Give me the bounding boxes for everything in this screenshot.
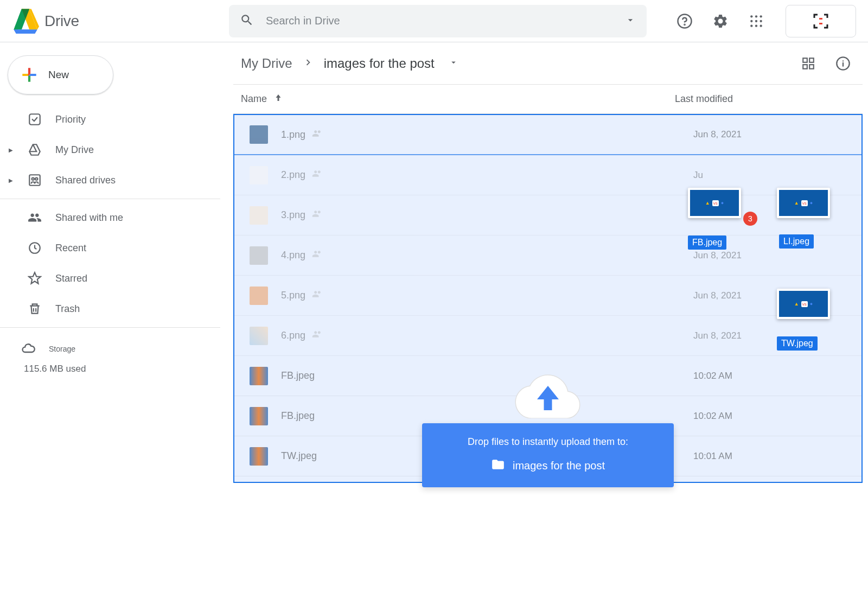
file-row[interactable]: 3.png Ju <box>234 195 861 235</box>
breadcrumb-root[interactable]: My Drive <box>241 56 292 71</box>
sidebar: New Priority ▶ My Drive ▶ Shared drives … <box>0 42 220 592</box>
priority-icon <box>27 112 42 126</box>
drag-ghost: ▲vs● <box>688 188 741 218</box>
shared-icon <box>312 168 323 182</box>
sidebar-item-label: Shared drives <box>55 175 116 186</box>
file-row[interactable]: 6.png Jun 8, 2021 <box>234 316 861 356</box>
file-thumbnail <box>250 206 268 225</box>
file-date: Jun 8, 2021 <box>693 250 742 261</box>
column-headers: Name Last modified <box>233 85 863 114</box>
file-date: 10:02 AM <box>693 371 732 381</box>
new-button[interactable]: New <box>8 55 113 94</box>
file-date: 10:02 AM <box>693 411 732 422</box>
column-last-modified[interactable]: Last modified <box>675 93 855 105</box>
file-row[interactable]: 1.png Jun 8, 2021 <box>234 115 861 155</box>
file-thumbnail <box>250 246 268 265</box>
search-icon <box>240 13 254 29</box>
column-name[interactable]: Name <box>241 93 675 105</box>
file-row[interactable]: 4.png Jun 8, 2021 <box>234 235 861 276</box>
drop-message: Drop files to instantly upload them to: <box>435 436 661 448</box>
main: My Drive images for the post Name <box>233 42 863 592</box>
breadcrumb-dropdown-icon[interactable] <box>449 58 458 69</box>
sidebar-item-priority[interactable]: Priority <box>0 104 220 135</box>
search-input[interactable] <box>266 15 625 27</box>
file-row[interactable]: 2.png Ju <box>234 155 861 195</box>
shared-icon <box>312 329 323 342</box>
svg-point-7 <box>760 20 762 22</box>
svg-point-14 <box>35 178 37 180</box>
grid-view-icon[interactable] <box>796 52 820 75</box>
sort-ascending-icon <box>273 93 283 105</box>
settings-icon[interactable] <box>709 9 732 33</box>
svg-point-9 <box>755 24 757 27</box>
search-options-icon[interactable] <box>625 15 636 27</box>
drag-file-label: FB.jpeg <box>688 235 726 250</box>
sidebar-item-label: Shared with me <box>55 212 123 224</box>
file-date: Jun 8, 2021 <box>693 330 742 341</box>
apps-icon[interactable] <box>744 9 768 33</box>
shared-icon <box>312 249 323 262</box>
file-name: TW.jpeg <box>281 450 317 462</box>
new-button-label: New <box>48 69 69 81</box>
file-date: Jun 8, 2021 <box>693 290 742 301</box>
shared-icon <box>312 208 323 222</box>
svg-rect-16 <box>803 58 807 62</box>
people-icon <box>27 211 42 225</box>
file-name: 6.png <box>281 330 305 341</box>
file-name: FB.jpeg <box>281 370 315 381</box>
details-icon[interactable] <box>831 52 855 75</box>
svg-rect-11 <box>29 114 40 125</box>
breadcrumb-row: My Drive images for the post <box>233 42 863 85</box>
expand-icon[interactable]: ▶ <box>8 147 14 153</box>
svg-rect-17 <box>809 58 814 62</box>
sidebar-item-trash[interactable]: Trash <box>0 294 220 324</box>
cloud-icon <box>21 341 36 358</box>
star-icon <box>27 271 42 285</box>
account-extension-icon <box>811 11 831 31</box>
expand-icon[interactable]: ▶ <box>8 177 14 183</box>
drop-banner: Drop files to instantly upload them to: … <box>422 423 674 487</box>
shared-drives-icon <box>27 173 42 187</box>
file-list-drop-zone[interactable]: 1.png Jun 8, 2021 2.png Ju 3.png Ju 4.pn… <box>233 114 863 483</box>
chevron-right-icon <box>302 56 314 70</box>
svg-rect-12 <box>29 175 40 186</box>
file-date: Jun 8, 2021 <box>693 129 742 140</box>
sidebar-item-label: Recent <box>55 243 86 254</box>
trash-icon <box>27 302 42 316</box>
account-button[interactable] <box>786 5 856 37</box>
file-name: 5.png <box>281 290 305 301</box>
shared-icon <box>312 128 323 142</box>
file-thumbnail <box>250 447 268 466</box>
sidebar-item-shared-drives[interactable]: ▶ Shared drives <box>0 165 220 195</box>
file-name: 1.png <box>281 129 305 141</box>
file-thumbnail <box>250 166 268 184</box>
sidebar-item-starred[interactable]: Starred <box>0 263 220 294</box>
drag-file-label: TW.jpeg <box>777 336 818 351</box>
drag-count-badge: 3 <box>743 212 757 226</box>
file-thumbnail <box>250 407 268 425</box>
app-title: Drive <box>44 12 79 30</box>
search-bar[interactable] <box>229 5 647 37</box>
column-name-label: Name <box>241 93 267 105</box>
sidebar-item-shared-with-me[interactable]: Shared with me <box>0 202 220 233</box>
svg-point-3 <box>755 15 757 17</box>
drag-ghost: ▲vs● <box>777 289 830 319</box>
support-icon[interactable] <box>673 9 697 33</box>
logo-area[interactable]: Drive <box>12 9 175 34</box>
svg-point-8 <box>750 24 752 27</box>
svg-point-4 <box>760 15 762 17</box>
drag-ghost: ▲vs● <box>777 188 830 218</box>
drive-icon <box>27 143 42 157</box>
breadcrumb-current[interactable]: images for the post <box>324 56 435 71</box>
sidebar-item-storage[interactable]: Storage <box>0 331 220 361</box>
sidebar-item-my-drive[interactable]: ▶ My Drive <box>0 135 220 165</box>
drop-folder-name: images for the post <box>513 460 605 472</box>
file-thumbnail <box>250 287 268 305</box>
file-row[interactable]: 5.png Jun 8, 2021 <box>234 276 861 316</box>
file-thumbnail <box>250 327 268 345</box>
sidebar-item-label: Priority <box>55 114 86 125</box>
header: Drive <box>0 0 868 42</box>
svg-point-10 <box>760 24 762 27</box>
svg-rect-18 <box>803 65 807 69</box>
sidebar-item-recent[interactable]: Recent <box>0 233 220 263</box>
